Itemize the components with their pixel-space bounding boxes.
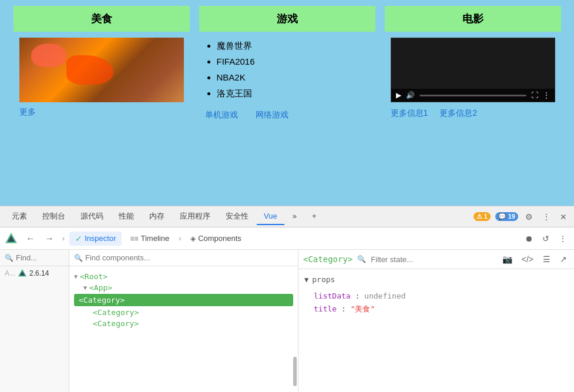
- movies-card-body: ▶ 🔊 ⛶ ⋮ 更多信息1 更多信息2: [385, 32, 561, 125]
- list-icon[interactable]: ☰: [541, 253, 553, 265]
- movies-card-header: 电影: [385, 6, 561, 32]
- forward-button[interactable]: →: [41, 232, 58, 245]
- app-tag: <App>: [89, 283, 112, 292]
- content-area: 美食 更多 游戏 魔兽世界 FIFA2016 NBA2K 洛克王国 单机游戏 网…: [0, 0, 574, 206]
- prop-title-value: "美食": [351, 304, 375, 313]
- devtools-tabs-bar: 元素 控制台 源代码 性能 内存 应用程序 安全性 Vue » + ⚠ 1 💬 …: [0, 206, 574, 227]
- component-search-input[interactable]: [85, 253, 293, 262]
- food-card-header: 美食: [14, 6, 190, 32]
- app-label: A...: [5, 269, 15, 277]
- components-label: Components: [198, 234, 241, 243]
- tab-memory[interactable]: 内存: [142, 207, 172, 226]
- component-tree: ▼ <Root> ▼ <App> <Category> <Category> <…: [69, 266, 298, 390]
- tree-category-3[interactable]: <Category>: [93, 318, 293, 329]
- inspector-check-icon: ✓: [75, 234, 82, 243]
- tab-add[interactable]: +: [305, 208, 324, 225]
- middle-panel: 🔍 ▼ <Root> ▼ <App> <Category> <Category>: [69, 250, 298, 392]
- kebab-icon[interactable]: ⋮: [540, 211, 553, 223]
- tab-source[interactable]: 源代码: [73, 207, 110, 226]
- vue-more-icon[interactable]: ⋮: [556, 233, 569, 244]
- props-triangle: ▼: [304, 276, 308, 284]
- tab-performance[interactable]: 性能: [112, 207, 141, 226]
- props-header: ▼ props: [304, 275, 568, 284]
- more-icon[interactable]: ⋮: [543, 91, 550, 99]
- games-card-header: 游戏: [199, 6, 375, 32]
- food-card-body: 更多: [14, 32, 190, 123]
- food-image: [19, 38, 184, 102]
- fullscreen-icon[interactable]: ⛶: [531, 91, 538, 99]
- tree-root[interactable]: ▼ <Root>: [74, 271, 293, 282]
- tab-vue[interactable]: Vue: [257, 208, 284, 225]
- food-more-link[interactable]: 更多: [19, 107, 184, 118]
- tree-category-selected[interactable]: <Category>: [74, 294, 293, 306]
- filter-icon: 🔍: [357, 255, 366, 263]
- food-img-visual: [19, 38, 184, 102]
- prop-colon-1: :: [341, 304, 351, 313]
- root-arrow: ▼: [74, 273, 78, 280]
- screenshot-icon[interactable]: 📷: [500, 253, 515, 265]
- video-controls: ▶ 🔊 ⛶ ⋮: [391, 89, 555, 102]
- volume-icon[interactable]: 🔊: [406, 91, 415, 99]
- inspector-label: Inspector: [85, 234, 116, 243]
- external-icon[interactable]: ↗: [558, 253, 569, 265]
- record-icon[interactable]: ⏺: [522, 233, 535, 244]
- prop-listdata: listData : undefined: [304, 290, 568, 302]
- game-item-1: FIFA2016: [217, 53, 370, 69]
- settings-icon[interactable]: ⚙: [523, 211, 535, 223]
- tree-category-2[interactable]: <Category>: [93, 307, 293, 318]
- tab-elements[interactable]: 元素: [5, 207, 34, 226]
- tab-console[interactable]: 控制台: [35, 207, 72, 226]
- warning-badge: ⚠ 1: [474, 212, 491, 221]
- search-bar-left: 🔍 ↺: [0, 250, 69, 266]
- props-title: props: [312, 275, 335, 284]
- components-icon: ◈: [190, 234, 196, 243]
- timeline-tab[interactable]: ≡≡ Timeline: [124, 232, 175, 245]
- code-icon[interactable]: </>: [519, 253, 536, 265]
- game-item-2: NBA2K: [217, 69, 370, 85]
- back-button[interactable]: ←: [22, 232, 39, 245]
- inspector-tab[interactable]: ✓ Inspector: [69, 232, 122, 246]
- selected-category-tag: <Category>: [79, 296, 125, 304]
- version-badge: A... 2.6.14: [0, 266, 69, 280]
- tab-icons: ⚠ 1 💬 19 ⚙ ⋮ ✕: [474, 211, 570, 223]
- tab-application[interactable]: 应用程序: [173, 207, 217, 226]
- search-icon-mid: 🔍: [74, 254, 83, 262]
- components-tab[interactable]: ◈ Components: [184, 232, 247, 245]
- refresh-icon[interactable]: ↺: [540, 233, 552, 244]
- video-progress[interactable]: [419, 95, 526, 96]
- single-game-link[interactable]: 单机游戏: [205, 110, 238, 120]
- movie-link-2[interactable]: 更多信息2: [439, 108, 477, 119]
- vue-version: 2.6.14: [29, 269, 49, 277]
- tab-security[interactable]: 安全性: [219, 207, 256, 226]
- timeline-icon: ≡≡: [130, 234, 138, 243]
- timeline-label: Timeline: [141, 234, 170, 243]
- prop-listdata-key: listData: [314, 292, 351, 300]
- games-card-body: 魔兽世界 FIFA2016 NBA2K 洛克王国 单机游戏 网络游戏: [199, 32, 375, 126]
- movie-link-1[interactable]: 更多信息1: [391, 108, 428, 119]
- category-tag-3: <Category>: [93, 319, 139, 328]
- filter-input[interactable]: [371, 255, 495, 264]
- tree-app[interactable]: ▼ <App>: [83, 282, 293, 293]
- close-devtools-icon[interactable]: ✕: [558, 211, 569, 223]
- prop-title: title : "美食": [304, 302, 568, 316]
- games-card: 游戏 魔兽世界 FIFA2016 NBA2K 洛克王国 单机游戏 网络游戏: [199, 6, 375, 126]
- scroll-area: [69, 390, 298, 392]
- prop-colon-0: :: [355, 292, 364, 300]
- online-game-link[interactable]: 网络游戏: [256, 110, 288, 120]
- game-item-0: 魔兽世界: [217, 38, 370, 53]
- vue-toolbar-right: ⏺ ↺ ⋮: [522, 233, 569, 244]
- category-tag-2: <Category>: [93, 308, 139, 317]
- prop-listdata-value: undefined: [364, 292, 405, 300]
- vue-toolbar: ← → › ✓ Inspector ≡≡ Timeline › ◈ Compon…: [0, 227, 574, 250]
- prop-title-key: title: [314, 304, 337, 313]
- arrow-separator: ›: [62, 234, 65, 243]
- tab-more[interactable]: »: [286, 208, 304, 225]
- video-player[interactable]: ▶ 🔊 ⛶ ⋮: [391, 38, 555, 102]
- props-section: ▼ props listData : undefined title : "美食…: [298, 269, 574, 322]
- movies-card: 电影 ▶ 🔊 ⛶ ⋮ 更多信息1 更多信息2: [385, 6, 561, 125]
- app-arrow: ▼: [83, 284, 87, 291]
- vue-version-icon: [18, 269, 27, 278]
- play-icon[interactable]: ▶: [396, 91, 401, 99]
- game-links: 单机游戏 网络游戏: [205, 110, 370, 120]
- devtools-content: 🔍 ↺ A... 2.6.14 🔍 ▼ <: [0, 250, 574, 392]
